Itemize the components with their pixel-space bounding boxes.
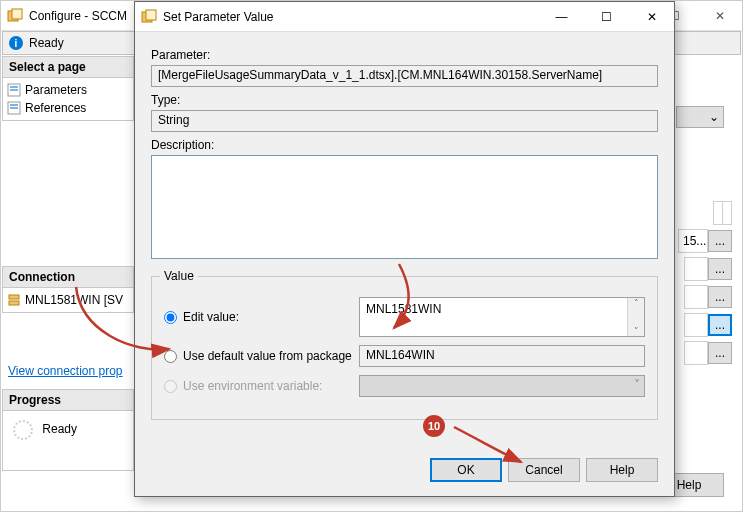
- package-icon: [7, 8, 23, 24]
- dialog-titlebar[interactable]: Set Parameter Value — ☐ ✕: [135, 2, 674, 32]
- page-icon: [7, 83, 21, 97]
- progress-header: Progress: [2, 389, 134, 411]
- type-label: Type:: [151, 93, 658, 107]
- help-button[interactable]: Help: [586, 458, 658, 482]
- type-field: String: [151, 110, 658, 132]
- progress-body: Ready: [2, 411, 134, 471]
- page-parameters[interactable]: Parameters: [7, 81, 129, 99]
- progress-spinner-icon: [13, 420, 33, 440]
- value-groupbox: Value Edit value: MNL1581WIN ˄ ˅ U: [151, 276, 658, 420]
- configure-title: Configure - SCCM: [29, 9, 127, 23]
- scroll-down-icon: ˅: [634, 326, 639, 336]
- bg-grid-fragment: 15...... ... ... ... ...: [672, 101, 732, 367]
- default-value-field: MNL164WIN: [359, 345, 645, 367]
- dialog-window-controls: — ☐ ✕: [539, 2, 674, 31]
- svg-rect-1: [12, 9, 22, 19]
- dialog-body: Parameter: [MergeFileUsageSummaryData_v_…: [135, 32, 674, 430]
- page-list: Parameters References: [2, 78, 134, 121]
- edit-value-field[interactable]: MNL1581WIN ˄ ˅: [359, 297, 645, 337]
- server-icon: [7, 293, 21, 307]
- left-panel: Select a page Parameters References Conn…: [2, 56, 134, 510]
- page-icon: [7, 101, 21, 115]
- select-page-header: Select a page: [2, 56, 134, 78]
- set-parameter-dialog: Set Parameter Value — ☐ ✕ Parameter: [Me…: [134, 1, 675, 497]
- ellipsis-button[interactable]: ...: [708, 258, 732, 280]
- chevron-down-icon: ˅: [634, 378, 640, 392]
- dialog-maximize-button[interactable]: ☐: [584, 2, 629, 31]
- svg-rect-9: [9, 301, 19, 305]
- ellipsis-button[interactable]: ...: [708, 314, 732, 336]
- ellipsis-button[interactable]: ...: [708, 230, 732, 252]
- scroll-up-icon: ˄: [634, 298, 639, 308]
- page-references[interactable]: References: [7, 99, 129, 117]
- edit-value-radio[interactable]: Edit value:: [164, 310, 359, 324]
- view-connection-link[interactable]: View connection prop: [2, 361, 134, 381]
- edit-value-text: MNL1581WIN: [366, 302, 441, 316]
- env-variable-radio: Use environment variable:: [164, 379, 359, 393]
- cancel-button[interactable]: Cancel: [508, 458, 580, 482]
- progress-label: Ready: [42, 422, 77, 436]
- connection-body: MNL1581WIN [SV: [2, 288, 134, 313]
- env-variable-field: ˅: [359, 375, 645, 397]
- connection-server: MNL1581WIN [SV: [7, 291, 129, 309]
- parameter-label: Parameter:: [151, 48, 658, 62]
- dialog-minimize-button[interactable]: —: [539, 2, 584, 31]
- page-label: References: [25, 101, 86, 115]
- connection-header: Connection: [2, 266, 134, 288]
- ready-text: Ready: [29, 36, 64, 50]
- default-value-radio-input[interactable]: [164, 350, 177, 363]
- grid-cell: 15...: [678, 229, 708, 253]
- package-icon: [141, 9, 157, 25]
- default-value-radio-label: Use default value from package: [183, 349, 352, 363]
- ok-button[interactable]: OK: [430, 458, 502, 482]
- parameter-field: [MergeFileUsageSummaryData_v_1_1.dtsx].[…: [151, 65, 658, 87]
- dialog-title: Set Parameter Value: [163, 10, 274, 24]
- env-variable-radio-label: Use environment variable:: [183, 379, 322, 393]
- svg-rect-11: [146, 10, 156, 20]
- dialog-close-button[interactable]: ✕: [629, 2, 674, 31]
- value-group-title: Value: [160, 269, 198, 283]
- edit-value-scrollbar[interactable]: ˄ ˅: [627, 298, 644, 336]
- edit-value-radio-input[interactable]: [164, 311, 177, 324]
- env-variable-radio-input: [164, 380, 177, 393]
- description-field[interactable]: [151, 155, 658, 259]
- edit-value-radio-label: Edit value:: [183, 310, 239, 324]
- description-label: Description:: [151, 138, 658, 152]
- default-value-radio[interactable]: Use default value from package: [164, 349, 359, 363]
- svg-rect-8: [9, 295, 19, 299]
- configure-close-button[interactable]: ✕: [697, 1, 742, 30]
- ellipsis-button[interactable]: ...: [708, 342, 732, 364]
- page-label: Parameters: [25, 83, 87, 97]
- server-label: MNL1581WIN [SV: [25, 293, 123, 307]
- dialog-button-row: OK Cancel Help: [430, 458, 658, 482]
- info-icon: i: [9, 36, 23, 50]
- ellipsis-button[interactable]: ...: [708, 286, 732, 308]
- annotation-badge: 10: [423, 415, 445, 437]
